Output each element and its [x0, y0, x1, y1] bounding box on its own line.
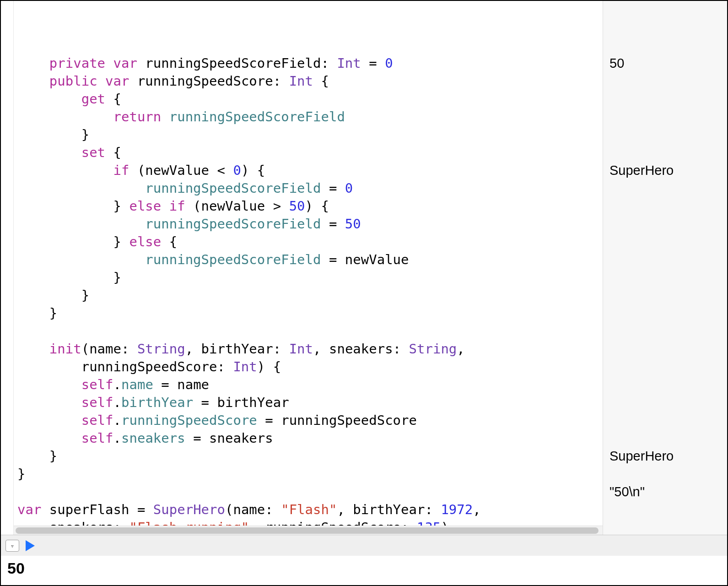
code-line[interactable]: public var runningSpeedScore: Int {	[17, 72, 596, 90]
result-line[interactable]: "50\n"	[609, 483, 721, 501]
code-token: runningSpeedScoreField	[169, 109, 345, 125]
result-line[interactable]	[609, 501, 721, 519]
code-token: Int	[337, 55, 361, 71]
code-line[interactable]	[17, 322, 596, 340]
code-line[interactable]: self.name = name	[17, 376, 596, 394]
run-button[interactable]	[26, 540, 35, 551]
result-line[interactable]	[609, 394, 721, 412]
code-line[interactable]: get {	[17, 90, 596, 108]
code-token: ) {	[257, 359, 281, 374]
result-line[interactable]	[609, 19, 721, 37]
code-token	[17, 55, 49, 71]
code-line[interactable]: self.birthYear = birthYear	[17, 394, 596, 412]
code-token: var	[17, 502, 41, 517]
code-line[interactable]: return runningSpeedScoreField	[17, 108, 596, 126]
result-line[interactable]	[609, 322, 721, 340]
code-token: (name:	[225, 502, 281, 517]
horizontal-scrollbar[interactable]	[14, 526, 603, 535]
code-line[interactable]: runningSpeedScore: Int) {	[17, 358, 596, 376]
line-gutter	[1, 1, 14, 535]
code-token: = sneakers	[185, 430, 273, 446]
code-token: public var	[49, 73, 129, 89]
result-line[interactable]	[609, 126, 721, 144]
result-line[interactable]	[609, 144, 721, 162]
result-line[interactable]	[609, 233, 721, 251]
result-line[interactable]	[609, 304, 721, 322]
result-line[interactable]: SuperHero	[609, 447, 721, 465]
result-line[interactable]	[609, 465, 721, 483]
code-line[interactable]: }	[17, 287, 596, 304]
code-line[interactable]: } else {	[17, 233, 596, 251]
code-editor[interactable]: private var runningSpeedScoreField: Int …	[14, 1, 603, 535]
code-token: }	[17, 127, 89, 142]
code-token: runningSpeedScore:	[17, 359, 233, 374]
code-token: }	[17, 234, 129, 250]
result-line[interactable]	[609, 376, 721, 394]
code-token: ) {	[305, 198, 329, 214]
code-line[interactable]: self.sneakers = sneakers	[17, 429, 596, 447]
result-line[interactable]	[609, 340, 721, 358]
code-line[interactable]: } else if (newValue > 50) {	[17, 197, 596, 215]
result-line[interactable]	[609, 358, 721, 376]
code-line[interactable]: runningSpeedScoreField = 0	[17, 179, 596, 197]
code-token: }	[17, 305, 57, 321]
code-token: Int	[289, 341, 313, 357]
code-line[interactable]: }	[17, 304, 596, 322]
code-token: name	[121, 377, 153, 392]
code-line[interactable]: }	[17, 465, 596, 483]
code-token	[17, 163, 113, 178]
result-line[interactable]	[609, 429, 721, 447]
code-line[interactable]: }	[17, 126, 596, 144]
code-token: else	[129, 234, 161, 250]
result-line[interactable]	[609, 197, 721, 215]
code-token: {	[105, 91, 121, 107]
code-line[interactable]: self.runningSpeedScore = runningSpeedSco…	[17, 412, 596, 429]
code-line[interactable]: if (newValue < 0) {	[17, 162, 596, 179]
code-line[interactable]: }	[17, 269, 596, 287]
code-token	[161, 109, 169, 125]
result-line[interactable]: 50	[609, 54, 721, 72]
code-token: runningSpeedScoreField	[145, 216, 321, 232]
code-token: SuperHero	[153, 502, 225, 517]
result-line[interactable]	[609, 287, 721, 304]
result-line[interactable]	[609, 215, 721, 233]
code-token: , birthYear:	[337, 502, 441, 517]
code-line[interactable]: }	[17, 447, 596, 465]
result-line[interactable]	[609, 37, 721, 54]
result-line[interactable]	[609, 108, 721, 126]
console-output[interactable]: 50	[1, 556, 727, 585]
result-line[interactable]	[609, 269, 721, 287]
code-token	[17, 341, 49, 357]
result-line[interactable]	[609, 90, 721, 108]
scrollbar-thumb[interactable]	[16, 527, 599, 534]
code-line[interactable]: init(name: String, birthYear: Int, sneak…	[17, 340, 596, 358]
result-line[interactable]	[609, 1, 721, 19]
code-token	[17, 412, 81, 428]
code-token: runningSpeedScoreField	[145, 180, 321, 196]
code-token: (name:	[81, 341, 137, 357]
code-token	[17, 252, 145, 267]
code-token: 50	[289, 198, 305, 214]
code-line[interactable]: var superFlash = SuperHero(name: "Flash"…	[17, 501, 596, 519]
code-token: self	[81, 395, 113, 410]
result-line[interactable]	[609, 179, 721, 197]
code-token: (newValue >	[185, 198, 289, 214]
code-token: set	[81, 145, 105, 160]
code-line[interactable]: runningSpeedScoreField = newValue	[17, 251, 596, 269]
code-token: }	[17, 448, 57, 464]
code-token: {	[105, 145, 121, 160]
result-line[interactable]	[609, 72, 721, 90]
result-line[interactable]: SuperHero	[609, 162, 721, 179]
debug-options-dropdown[interactable]: ▿	[5, 540, 19, 552]
code-token: = birthYear	[193, 395, 289, 410]
result-line[interactable]	[609, 251, 721, 269]
code-token: .	[113, 412, 121, 428]
code-token: runningSpeedScoreField:	[137, 55, 337, 71]
code-line[interactable]: set {	[17, 144, 596, 162]
code-token	[17, 109, 113, 125]
result-line[interactable]	[609, 412, 721, 429]
code-line[interactable]: private var runningSpeedScoreField: Int …	[17, 54, 596, 72]
code-line[interactable]	[17, 483, 596, 501]
code-token: {	[313, 73, 329, 89]
code-line[interactable]: runningSpeedScoreField = 50	[17, 215, 596, 233]
